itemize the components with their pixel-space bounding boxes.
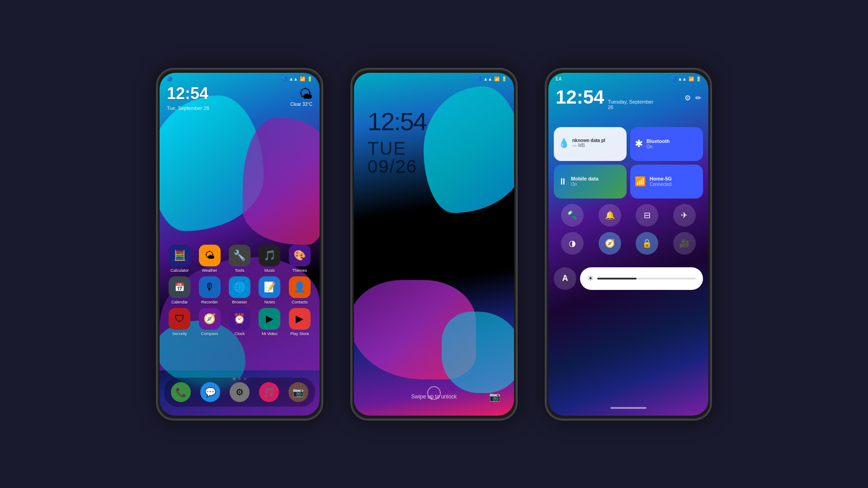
weather-label: Weather: [202, 268, 217, 273]
calendar-icon: 📅: [169, 276, 190, 298]
app-contacts[interactable]: 👤 Contacts: [287, 276, 313, 304]
app-browser[interactable]: 🌐 Browser: [226, 276, 253, 304]
lock-swipe-text: Swipe up to unlock: [411, 393, 457, 400]
app-calendar[interactable]: 📅 Calendar: [166, 276, 193, 304]
app-play-store[interactable]: ▶ Play Store: [287, 308, 313, 336]
status-bar-2: 🔵 ▲▲ 📶 🔋: [354, 73, 514, 83]
tile-bluetooth[interactable]: ✱ Bluetooth On: [630, 127, 703, 161]
dock-settings[interactable]: ⚙: [230, 382, 250, 402]
mobile-data-icon: ⏸: [558, 176, 567, 187]
home-weather: 🌤 Clear 33°C: [290, 86, 312, 107]
btn-readmode[interactable]: ◑: [561, 232, 584, 255]
tiles-row-1: 💧 nknown data pl — MB ✱ Bluetooth: [554, 127, 703, 161]
brightness-fill: [597, 278, 637, 280]
btn-video[interactable]: 🎥: [673, 232, 696, 255]
mobile-data-status: On: [571, 182, 622, 187]
notes-icon: 📝: [259, 276, 280, 298]
security-label: Security: [172, 332, 187, 336]
phone-lock: 🔵 ▲▲ 📶 🔋 12:54 TUE 09/26 Swipe up to unl…: [350, 68, 518, 421]
btn-screenshot[interactable]: ⊟: [636, 204, 658, 227]
app-mi-video[interactable]: ▶ Mi Video: [256, 308, 283, 336]
app-recorder[interactable]: 🎙 Recorder: [196, 276, 222, 304]
dock-messages[interactable]: 💬: [200, 382, 220, 402]
app-clock[interactable]: ⏰ Clock: [226, 308, 253, 336]
brightness-slider[interactable]: ☀: [580, 267, 703, 290]
security-icon: 🛡: [169, 308, 190, 330]
recorder-label: Recorder: [201, 300, 218, 304]
calculator-label: Calculator: [170, 268, 189, 273]
btn-flashlight[interactable]: 🔦: [561, 204, 584, 227]
dock-camera[interactable]: 📷: [288, 382, 308, 402]
app-calculator[interactable]: 🧮 Calculator: [166, 245, 193, 273]
bluetooth-icon: ✱: [635, 138, 643, 150]
contacts-label: Contacts: [292, 300, 308, 304]
ea-label: EA: [556, 76, 561, 81]
home-time: 12:54: [167, 85, 208, 102]
weather-app-icon: 🌤: [199, 245, 221, 266]
browser-label: Browser: [232, 300, 247, 304]
lock-time: 12:54: [368, 109, 426, 134]
weather-text: Clear 33°C: [290, 102, 312, 107]
status-bar-1: 🔵 🔵 ▲▲ 📶 🔋: [160, 73, 320, 83]
edit-icon[interactable]: ✏: [695, 94, 701, 102]
control-tiles: 💧 nknown data pl — MB ✱ Bluetooth: [554, 127, 703, 202]
tile-mobile-data[interactable]: ⏸ Mobile data On: [554, 165, 627, 199]
lock-camera-button[interactable]: 📷: [489, 391, 500, 402]
status-icons-3: 🔵 ▲▲ 📶 🔋: [670, 76, 701, 81]
lock-date: 09/26: [368, 156, 417, 177]
dock-phone[interactable]: 📞: [171, 382, 191, 402]
app-themes[interactable]: 🎨 Themes: [287, 245, 313, 273]
compass-icon: 🧭: [199, 308, 221, 330]
play-store-label: Play Store: [290, 332, 309, 336]
compass-label: Compass: [201, 332, 218, 336]
phone-control: EA 🔵 ▲▲ 📶 🔋 12:54 Tuesday, September 26: [545, 68, 712, 421]
tile-data-usage[interactable]: 💧 nknown data pl — MB: [554, 127, 627, 161]
app-music[interactable]: 🎵 Music: [256, 245, 283, 273]
play-store-icon: ▶: [289, 308, 311, 330]
mobile-data-title: Mobile data: [571, 176, 622, 182]
app-security[interactable]: 🛡 Security: [166, 308, 193, 336]
buttons-row-2: ◑ 🧭 🔒 🎥: [554, 232, 703, 255]
buttons-row-1: 🔦 🔔 ⊟ ✈: [554, 204, 703, 227]
mi-video-icon: ▶: [259, 308, 280, 330]
control-header: 12:54 Tuesday, September 26 ⚙ ✏: [556, 86, 701, 110]
app-notes[interactable]: 📝 Notes: [256, 276, 283, 304]
music-icon: 🎵: [259, 245, 280, 266]
brightness-a-button[interactable]: A: [554, 267, 576, 290]
browser-icon: 🌐: [229, 276, 250, 298]
bluetooth-status: On: [646, 144, 698, 149]
calendar-label: Calendar: [171, 300, 188, 304]
tiles-row-2: ⏸ Mobile data On 📶 Home-5G Connected: [554, 165, 703, 199]
app-dock: 📞 💬 ⚙ 🎵 📷: [164, 378, 315, 407]
btn-location[interactable]: 🧭: [599, 232, 621, 255]
unknown-data-label: nknown data pl: [572, 138, 605, 143]
control-time: 12:54: [556, 86, 604, 108]
dock-music[interactable]: 🎵: [259, 382, 279, 402]
music-label: Music: [264, 268, 275, 273]
tools-label: Tools: [235, 268, 244, 273]
bottom-handle: [610, 407, 646, 409]
phone-home: 🔵 🔵 ▲▲ 📶 🔋 12:54 Tue, September 26 🌤 Cle…: [156, 68, 323, 421]
status-icons-2: 🔵 ▲▲ 📶 🔋: [476, 76, 507, 81]
bluetooth-title: Bluetooth: [646, 138, 698, 144]
app-weather[interactable]: 🌤 Weather: [196, 245, 222, 273]
brightness-icon: ☀: [587, 274, 594, 283]
wifi-status: Connected: [650, 182, 698, 187]
tools-icon: 🔧: [229, 245, 250, 266]
tile-wifi[interactable]: 📶 Home-5G Connected: [630, 165, 703, 199]
themes-label: Themes: [292, 268, 307, 273]
app-compass[interactable]: 🧭 Compass: [196, 308, 222, 336]
data-usage-icon: 💧: [558, 137, 570, 148]
app-tools[interactable]: 🔧 Tools: [226, 245, 253, 273]
unknown-mb-label: — MB: [572, 143, 605, 148]
btn-airplane[interactable]: ✈: [673, 204, 696, 227]
notes-label: Notes: [264, 300, 275, 304]
settings-icon[interactable]: ⚙: [684, 94, 691, 102]
lock-day: TUE: [368, 138, 406, 159]
wifi-title: Home-5G: [650, 176, 698, 182]
btn-dnd[interactable]: 🔔: [599, 204, 621, 227]
control-header-icons: ⚙ ✏: [684, 94, 701, 102]
clock-label: Clock: [235, 332, 245, 336]
btn-lock[interactable]: 🔒: [636, 232, 658, 255]
brightness-bar: [597, 278, 696, 280]
